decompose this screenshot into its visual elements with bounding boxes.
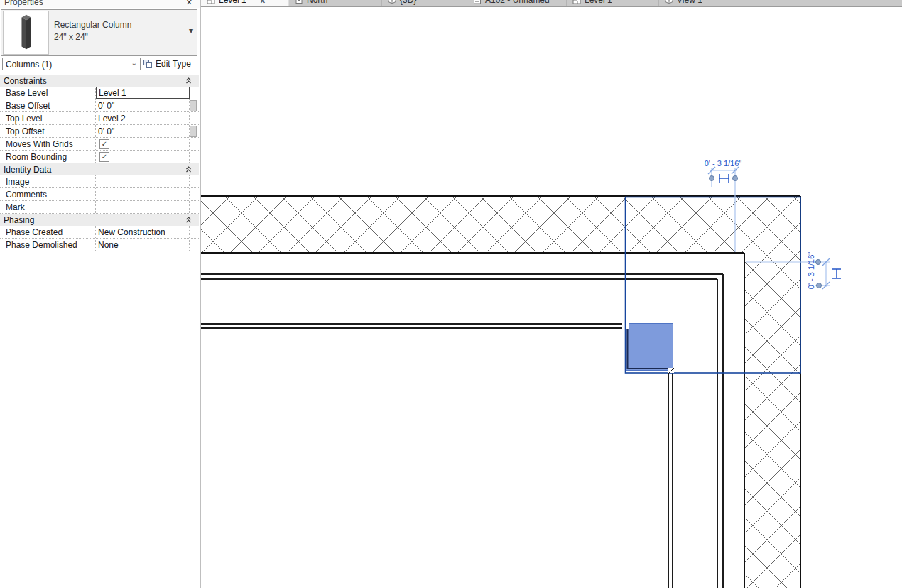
property-row-base-offset: Base Offset 0' 0" (0, 99, 199, 112)
type-preview-image (3, 11, 49, 55)
property-label: Phase Created (0, 226, 96, 238)
floor-plan-icon (572, 0, 581, 4)
section-label: Identity Data (4, 165, 51, 175)
edit-type-icon (143, 59, 153, 69)
tab-3d[interactable]: {3D} (382, 0, 467, 6)
property-label: Phase Demolished (0, 239, 96, 251)
3d-view-icon (388, 0, 396, 4)
tab-level-1-active[interactable]: Level 1 ✕ (201, 0, 289, 6)
property-side-cell (190, 125, 197, 137)
property-side-cell (190, 138, 197, 150)
collapse-chevron-icon[interactable] (185, 166, 192, 173)
property-side-cell (190, 112, 197, 124)
tab-north[interactable]: North (289, 0, 382, 6)
property-label: Mark (0, 201, 96, 213)
selection-filter-combo[interactable]: Columns (1) ⌄ (2, 58, 141, 70)
tab-level-1[interactable]: Level 1 (567, 0, 659, 6)
property-row-mark: Mark (0, 201, 199, 214)
property-row-comments: Comments (0, 188, 199, 201)
checkbox-checked[interactable]: ✓ (99, 152, 109, 162)
property-row-base-level: Base Level Level 1 (0, 87, 199, 99)
close-icon[interactable]: ✕ (186, 0, 192, 7)
property-side-cell (190, 99, 197, 111)
tab-view-1[interactable]: View 1 (659, 0, 751, 6)
dimension-value-text[interactable]: 0' - 3 1/16" (705, 159, 742, 168)
section-header-constraints[interactable]: Constraints (0, 75, 199, 87)
property-label: Image (0, 175, 96, 187)
property-label: Base Level (0, 87, 96, 99)
property-row-image: Image (0, 175, 199, 188)
tab-strip-filler (751, 0, 902, 6)
elevation-icon (295, 0, 303, 4)
drawing-canvas[interactable]: 0' - 3 1/16" 0' - 3 1/16" (201, 7, 902, 588)
collapse-chevron-icon[interactable] (185, 217, 192, 223)
dimension-grip-dot[interactable] (733, 176, 738, 181)
tab-close-icon[interactable]: ✕ (260, 0, 266, 5)
collapse-chevron-icon[interactable] (185, 77, 192, 84)
property-label: Room Bounding (0, 151, 96, 163)
selection-filter-value: Columns (1) (6, 60, 52, 70)
property-value-input[interactable]: New Construction (96, 226, 190, 238)
checkbox-checked[interactable]: ✓ (99, 139, 109, 149)
dimension-style-handle[interactable] (719, 174, 729, 183)
wall-face-lines (201, 196, 800, 588)
column-3d-icon (16, 13, 36, 53)
type-selector[interactable]: Rectangular Column 24" x 24" ▾ (1, 9, 197, 56)
property-value-input[interactable] (96, 201, 190, 213)
property-row-phase-demolished: Phase Demolished None (0, 239, 199, 251)
3d-view-icon (665, 0, 673, 4)
family-name: Rectangular Column (54, 20, 131, 30)
property-value-input[interactable]: 0' 0" (96, 125, 190, 137)
property-value-cell: ✓ (96, 138, 190, 150)
dimension-grip-dot[interactable] (816, 260, 821, 265)
dimension-grip-dot[interactable] (710, 176, 714, 181)
property-value-input[interactable]: None (96, 239, 190, 251)
associate-parameter-button[interactable] (190, 100, 197, 111)
property-side-cell (190, 201, 197, 213)
type-name: 24" x 24" (54, 32, 131, 42)
property-side-cell (190, 87, 197, 99)
properties-palette: Properties ✕ Rectangular Column 24" x 24… (0, 0, 201, 588)
property-side-cell (190, 175, 197, 187)
property-value-input[interactable] (96, 188, 190, 200)
tab-label: Level 1 (219, 0, 246, 5)
dimension-grip-dot[interactable] (817, 283, 822, 288)
associate-parameter-button[interactable] (190, 126, 197, 137)
property-row-room-bounding: Room Bounding ✓ (0, 151, 199, 163)
tab-a102-unnamed[interactable]: A102 - Unnamed (467, 0, 567, 6)
properties-titlebar: Properties ✕ (0, 0, 200, 8)
selected-column[interactable] (626, 324, 673, 371)
edit-type-button[interactable]: Edit Type (143, 58, 191, 70)
sheet-icon (473, 0, 482, 4)
property-value-input[interactable]: Level 2 (96, 112, 190, 124)
section-header-phasing[interactable]: Phasing (0, 214, 199, 226)
property-value-input[interactable]: 0' 0" (96, 99, 190, 111)
edit-type-label: Edit Type (156, 59, 191, 69)
dimension-value-text[interactable]: 0' - 3 1/16" (807, 252, 815, 290)
floor-plan-icon (207, 0, 215, 4)
property-value-cell: ✓ (96, 151, 190, 163)
property-value-input[interactable] (96, 175, 190, 187)
section-label: Phasing (4, 215, 34, 225)
property-row-moves-with-grids: Moves With Grids ✓ (0, 138, 199, 151)
property-label: Top Offset (0, 125, 96, 137)
property-grid: Constraints Base Level Level 1 Base Offs… (0, 75, 199, 251)
property-label: Moves With Grids (0, 138, 96, 150)
property-label: Base Offset (0, 99, 96, 111)
chevron-down-icon: ⌄ (131, 59, 137, 67)
tab-label: North (307, 0, 327, 5)
tab-label: A102 - Unnamed (485, 0, 550, 5)
section-label: Constraints (4, 76, 47, 86)
property-label: Comments (0, 188, 96, 200)
section-header-identity-data[interactable]: Identity Data (0, 163, 199, 175)
property-row-top-level: Top Level Level 2 (0, 112, 199, 125)
dimension-style-handle[interactable] (832, 269, 841, 278)
property-side-cell (190, 239, 197, 251)
interior-wall-lines (201, 274, 723, 588)
dropdown-arrow-icon[interactable]: ▾ (189, 26, 193, 36)
type-selector-text: Rectangular Column 24" x 24" (54, 20, 131, 42)
tab-label: View 1 (677, 0, 702, 5)
view-tab-strip: Level 1 ✕ North {3D} A102 - Unnamed Leve… (201, 0, 902, 7)
property-row-top-offset: Top Offset 0' 0" (0, 125, 199, 138)
property-value-input[interactable]: Level 1 (96, 87, 190, 99)
